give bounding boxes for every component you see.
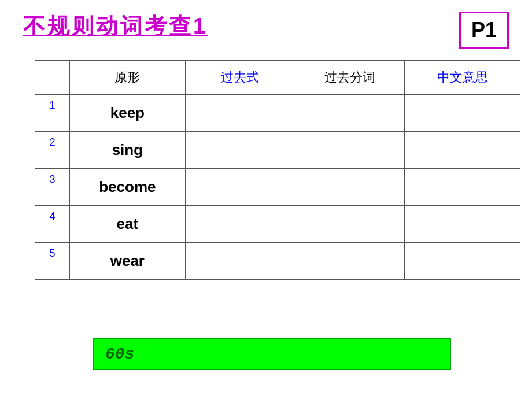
row-past-participle — [295, 132, 405, 169]
header-area: 不规则动词考查1 P1 — [23, 12, 509, 49]
header-past-tense: 过去式 — [185, 61, 295, 95]
row-base-form: keep — [69, 95, 185, 132]
header-num — [35, 61, 70, 95]
row-past-tense — [185, 169, 295, 206]
table-row: 5wear — [35, 243, 520, 280]
row-meaning — [405, 206, 520, 243]
row-past-tense — [185, 243, 295, 280]
row-meaning — [405, 132, 520, 169]
vocab-table: 原形 过去式 过去分词 中文意思 1keep2sing3become4eat5w… — [35, 60, 520, 280]
row-past-tense — [185, 95, 295, 132]
row-meaning — [405, 95, 520, 132]
row-number: 2 — [35, 132, 70, 169]
row-number: 5 — [35, 243, 70, 280]
row-meaning — [405, 243, 520, 280]
page-badge: P1 — [459, 12, 509, 49]
table-row: 4eat — [35, 206, 520, 243]
table-row: 2sing — [35, 132, 520, 169]
table-row: 3become — [35, 169, 520, 206]
page-title: 不规则动词考查1 — [23, 12, 208, 41]
table-row: 1keep — [35, 95, 520, 132]
row-number: 4 — [35, 206, 70, 243]
table-container: 原形 过去式 过去分词 中文意思 1keep2sing3become4eat5w… — [35, 60, 497, 280]
row-base-form: wear — [69, 243, 185, 280]
row-past-participle — [295, 169, 405, 206]
row-base-form: sing — [69, 132, 185, 169]
row-past-participle — [295, 206, 405, 243]
row-past-participle — [295, 243, 405, 280]
row-base-form: become — [69, 169, 185, 206]
timer-area: 60s — [93, 338, 439, 370]
header-meaning: 中文意思 — [405, 61, 520, 95]
page-container: 不规则动词考查1 P1 原形 过去式 过去分词 中文意思 — [0, 0, 532, 399]
header-past-participle: 过去分词 — [295, 61, 405, 95]
row-past-tense — [185, 206, 295, 243]
row-number: 1 — [35, 95, 70, 132]
timer-text: 60s — [105, 345, 134, 363]
table-body: 1keep2sing3become4eat5wear — [35, 95, 520, 280]
header-base-form: 原形 — [69, 61, 185, 95]
row-meaning — [405, 169, 520, 206]
row-base-form: eat — [69, 206, 185, 243]
row-number: 3 — [35, 169, 70, 206]
row-past-tense — [185, 132, 295, 169]
row-past-participle — [295, 95, 405, 132]
timer-bar: 60s — [93, 338, 451, 370]
table-header-row: 原形 过去式 过去分词 中文意思 — [35, 61, 520, 95]
